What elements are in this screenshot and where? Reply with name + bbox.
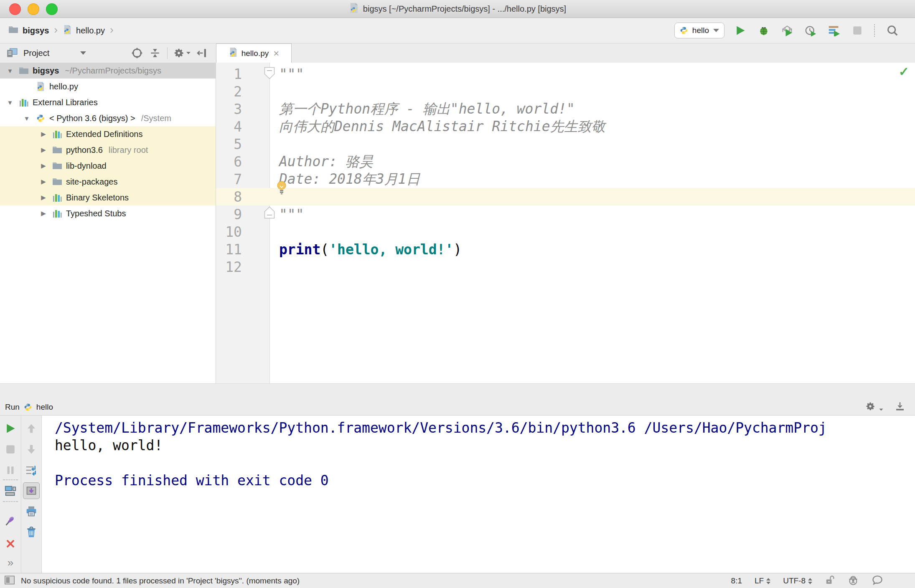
tree-item-label: hello.py	[49, 82, 78, 91]
tree-row-hello-py[interactable]: hello.py	[0, 79, 216, 94]
tree-row-lib-dynload[interactable]: ▶lib-dynload	[0, 158, 216, 174]
fold-region-end-icon[interactable]	[264, 206, 275, 220]
hector-inspector-icon[interactable]	[847, 574, 859, 588]
project-panel-title[interactable]: Project	[23, 48, 49, 58]
tree-expanded-arrow-icon[interactable]: ▼	[5, 99, 15, 106]
close-tab-icon[interactable]: ×	[273, 48, 279, 58]
clear-console-button[interactable]	[25, 525, 38, 539]
code-text: """	[279, 65, 304, 83]
debug-button[interactable]	[756, 23, 771, 38]
code-line-2[interactable]: 2	[216, 83, 915, 100]
tree-row-binary-skeletons[interactable]: ▶Binary Skeletons	[0, 190, 216, 205]
feedback-bubble-icon[interactable]	[872, 574, 883, 588]
hide-panel-icon[interactable]	[895, 401, 905, 413]
tree-row-typeshed-stubs[interactable]: ▶Typeshed Stubs	[0, 205, 216, 221]
folder-icon	[52, 161, 63, 171]
run-configuration-select[interactable]: hello	[674, 23, 724, 38]
pause-output-button[interactable]	[4, 464, 17, 477]
console-output[interactable]: /System/Library/Frameworks/Python.framew…	[42, 416, 915, 573]
tree-collapsed-arrow-icon[interactable]: ▶	[38, 178, 48, 185]
window-title: bigsys [~/PycharmProjects/bigsys] - .../…	[363, 4, 566, 14]
pin-tab-button[interactable]	[4, 514, 17, 527]
tree-collapsed-arrow-icon[interactable]: ▶	[38, 194, 48, 201]
unlock-icon[interactable]	[825, 575, 835, 588]
breadcrumb-file[interactable]: hello.py	[76, 26, 105, 35]
show-running-list-button[interactable]	[4, 484, 17, 497]
line-separator-select[interactable]: LF	[755, 576, 770, 585]
tree-item-label: < Python 3.6 (bigsys) >	[49, 114, 135, 123]
code-line-12[interactable]: 12	[216, 258, 915, 276]
search-everywhere-button[interactable]	[885, 23, 900, 38]
traffic-lights	[9, 3, 58, 15]
profile-button[interactable]	[803, 23, 818, 38]
chevron-down-icon[interactable]	[80, 51, 86, 55]
run-panel-title[interactable]: Run	[5, 403, 20, 412]
tree-row-external-libraries[interactable]: ▼External Libraries	[0, 94, 216, 110]
library-icon	[52, 208, 63, 218]
encoding-select[interactable]: UTF-8	[783, 576, 812, 585]
close-window-button[interactable]	[9, 3, 21, 15]
inspection-ok-icon[interactable]: ✓	[899, 64, 909, 79]
tree-row-bigsys[interactable]: ▼bigsys~/PycharmProjects/bigsys	[0, 63, 216, 79]
tree-row-site-packages[interactable]: ▶site-packages	[0, 174, 216, 190]
tree-collapsed-arrow-icon[interactable]: ▶	[38, 146, 48, 154]
library-icon	[52, 129, 63, 139]
code-line-3[interactable]: 3第一个Python程序 - 输出"hello, world!"	[216, 100, 915, 118]
minimize-window-button[interactable]	[28, 3, 39, 15]
stop-button[interactable]	[850, 23, 865, 38]
gear-icon[interactable]	[173, 48, 191, 58]
prev-occurrence-button[interactable]	[25, 422, 38, 435]
fold-region-start-icon[interactable]	[264, 67, 275, 81]
line-number: 4	[216, 119, 242, 135]
more-actions-button[interactable]: »	[4, 556, 17, 569]
locate-file-button[interactable]	[131, 47, 143, 59]
scroll-to-end-button[interactable]	[23, 482, 40, 499]
close-console-button[interactable]	[4, 537, 17, 550]
collapse-all-button[interactable]	[150, 47, 160, 59]
code-line-4[interactable]: 4向伟大的Dennis MacAlistair Ritchie先生致敬	[216, 118, 915, 135]
tree-collapsed-arrow-icon[interactable]: ▶	[38, 130, 48, 138]
rerun-button[interactable]	[4, 422, 17, 435]
breadcrumb-project[interactable]: bigsys	[23, 26, 49, 35]
tree-row-python-3-6-bigsys[interactable]: ▼< Python 3.6 (bigsys) >/System	[0, 110, 216, 126]
code-text: 向伟大的Dennis MacAlistair Ritchie先生致敬	[279, 118, 605, 135]
print-button[interactable]	[25, 504, 38, 518]
code-line-7[interactable]: 7Date: 2018年3月1日	[216, 170, 915, 188]
tool-header-row: Project hello.py ×	[0, 43, 915, 63]
toolwindow-switcher-icon[interactable]	[4, 575, 15, 587]
editor-run-splitter[interactable]	[0, 383, 915, 400]
code-line-1[interactable]: 1"""	[216, 65, 915, 83]
tree-row-extended-definitions[interactable]: ▶Extended Definitions	[0, 126, 216, 142]
hide-panel-button[interactable]	[196, 47, 207, 59]
intention-lightbulb-icon[interactable]	[276, 180, 287, 195]
tree-collapsed-arrow-icon[interactable]: ▶	[38, 210, 48, 217]
code-line-8[interactable]: 8	[216, 188, 915, 205]
toolbar-separator	[21, 416, 21, 573]
navigation-bar: bigsys › hello.py › hello	[0, 18, 915, 43]
stop-button[interactable]	[4, 443, 17, 456]
run-with-coverage-button[interactable]	[780, 23, 795, 38]
code-line-11[interactable]: 11print('hello, world!')	[216, 241, 915, 258]
line-number: 3	[216, 101, 242, 117]
run-button[interactable]	[733, 23, 748, 38]
soft-wrap-button[interactable]	[25, 464, 38, 477]
line-number: 1	[216, 66, 242, 82]
tree-expanded-arrow-icon[interactable]: ▼	[5, 67, 15, 74]
editor-tab-hello-py[interactable]: hello.py ×	[216, 43, 292, 63]
tree-expanded-arrow-icon[interactable]: ▼	[22, 115, 32, 122]
code-editor[interactable]: 1"""23第一个Python程序 - 输出"hello, world!"4向伟…	[216, 63, 915, 383]
next-occurrence-button[interactable]	[25, 443, 38, 456]
gear-icon[interactable]	[865, 401, 884, 413]
concurrency-diagram-button[interactable]	[826, 23, 841, 38]
python-file-icon	[349, 3, 359, 15]
code-line-5[interactable]: 5	[216, 135, 915, 153]
tree-collapsed-arrow-icon[interactable]: ▶	[38, 162, 48, 170]
zoom-window-button[interactable]	[46, 3, 58, 15]
code-line-10[interactable]: 10	[216, 223, 915, 241]
tree-row-python3-6[interactable]: ▶python3.6library root	[0, 142, 216, 158]
code-line-6[interactable]: 6Author: 骆昊	[216, 153, 915, 170]
console-line-1: /System/Library/Frameworks/Python.framew…	[55, 419, 827, 436]
caret-position[interactable]: 8:1	[731, 576, 742, 585]
code-line-9[interactable]: 9"""	[216, 205, 915, 223]
titlebar: bigsys [~/PycharmProjects/bigsys] - .../…	[0, 0, 915, 18]
